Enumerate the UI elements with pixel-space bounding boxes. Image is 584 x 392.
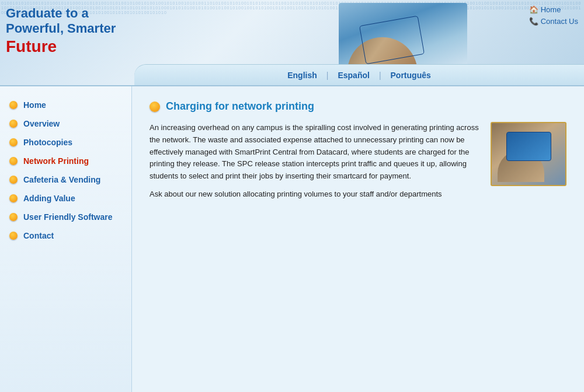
- sidebar-bullet: [9, 138, 18, 146]
- phone-icon: 📞: [529, 16, 538, 26]
- content-body: An increasing overhead on any campus is …: [150, 122, 566, 206]
- contact-nav-link[interactable]: 📞 Contact Us: [529, 16, 578, 26]
- content-title: Charging for network printing: [166, 100, 314, 113]
- sidebar-label-cafeteria: Cafeteria & Vending: [23, 175, 100, 184]
- sidebar-bullet: [9, 194, 18, 202]
- content-title-row: Charging for network printing: [150, 100, 566, 113]
- sidebar-bullet: [9, 232, 18, 240]
- contact-nav-label: Contact Us: [541, 17, 578, 26]
- sidebar-bullet: [9, 176, 18, 184]
- sidebar-label-user-friendly-software: User Friendly Software: [23, 212, 113, 222]
- home-icon: 🏠: [529, 5, 538, 14]
- content-paragraph2: Ask about our new solution allocating pr…: [150, 188, 479, 201]
- header-tagline: Graduate to a Powerful, Smarter Future: [6, 6, 116, 56]
- top-navigation: 🏠 Home 📞 Contact Us: [529, 5, 578, 26]
- sidebar: Home Overview Photocopies Network Printi…: [0, 86, 132, 392]
- header-future: Future: [6, 37, 116, 57]
- lang-espanol[interactable]: Español: [328, 71, 378, 80]
- content-area: Charging for network printing An increas…: [132, 86, 584, 392]
- content-paragraph1: An increasing overhead on any campus is …: [150, 122, 479, 183]
- sidebar-item-overview[interactable]: Overview: [0, 114, 131, 133]
- sidebar-item-contact[interactable]: Contact: [0, 226, 131, 245]
- sidebar-item-adding-value[interactable]: Adding Value: [0, 189, 131, 208]
- sidebar-item-home[interactable]: Home: [0, 96, 131, 114]
- sidebar-item-cafeteria[interactable]: Cafeteria & Vending: [0, 170, 131, 189]
- sidebar-bullet: [9, 213, 18, 221]
- content-card-image: [491, 122, 566, 186]
- header-line2: Powerful, Smarter: [6, 21, 116, 36]
- sidebar-label-contact: Contact: [23, 231, 54, 240]
- sidebar-label-photocopies: Photocopies: [23, 138, 72, 147]
- header-line1: Graduate to a: [6, 6, 116, 21]
- sidebar-bullet: [9, 120, 18, 128]
- header: 0100101010100101010010101000101010100101…: [0, 0, 584, 86]
- home-nav-link[interactable]: 🏠 Home: [529, 5, 578, 14]
- sidebar-bullet: [9, 101, 18, 109]
- main-layout: Home Overview Photocopies Network Printi…: [0, 86, 584, 392]
- content-text: An increasing overhead on any campus is …: [150, 122, 479, 206]
- lang-portugues[interactable]: Português: [381, 71, 440, 80]
- sidebar-label-home: Home: [23, 100, 46, 110]
- sidebar-label-adding-value: Adding Value: [23, 194, 75, 203]
- lang-english[interactable]: English: [278, 71, 326, 80]
- language-bar: English | Español | Português: [134, 64, 584, 85]
- sidebar-item-user-friendly-software[interactable]: User Friendly Software: [0, 208, 131, 226]
- content-bullet: [150, 102, 160, 112]
- sidebar-label-overview: Overview: [23, 119, 60, 128]
- sidebar-item-photocopies[interactable]: Photocopies: [0, 133, 131, 152]
- sidebar-item-network-printing[interactable]: Network Printing: [0, 152, 131, 170]
- home-nav-label: Home: [541, 5, 561, 14]
- sidebar-label-network-printing: Network Printing: [23, 156, 89, 166]
- sidebar-bullet: [9, 157, 18, 165]
